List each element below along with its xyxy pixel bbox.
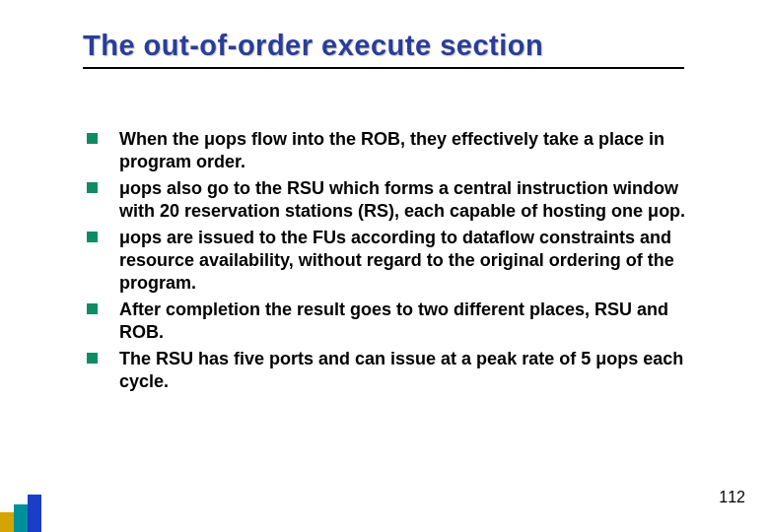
square-bullet-icon (87, 303, 98, 314)
bullet-list: When the μops flow into the ROB, they ef… (87, 128, 694, 397)
slide-title: The out-of-order execute section (83, 30, 543, 62)
bar-icon (0, 512, 14, 532)
decorative-corner-bars (0, 495, 41, 532)
list-item: When the μops flow into the ROB, they ef… (87, 128, 694, 173)
bullet-text: When the μops flow into the ROB, they ef… (119, 128, 694, 173)
bullet-text: The RSU has five ports and can issue at … (119, 348, 694, 393)
bullet-text: After completion the result goes to two … (119, 299, 694, 344)
list-item: The RSU has five ports and can issue at … (87, 348, 694, 393)
square-bullet-icon (87, 133, 98, 144)
bar-icon (14, 504, 28, 532)
list-item: μops are issued to the FUs according to … (87, 227, 694, 295)
bullet-text: μops are issued to the FUs according to … (119, 227, 694, 295)
bullet-text: μops also go to the RSU which forms a ce… (119, 177, 694, 223)
square-bullet-icon (87, 232, 98, 242)
square-bullet-icon (87, 182, 98, 193)
page-number: 112 (719, 489, 745, 506)
square-bullet-icon (87, 353, 98, 364)
list-item: After completion the result goes to two … (87, 299, 694, 344)
list-item: μops also go to the RSU which forms a ce… (87, 177, 694, 223)
bar-icon (28, 495, 41, 532)
title-underline (83, 67, 684, 69)
